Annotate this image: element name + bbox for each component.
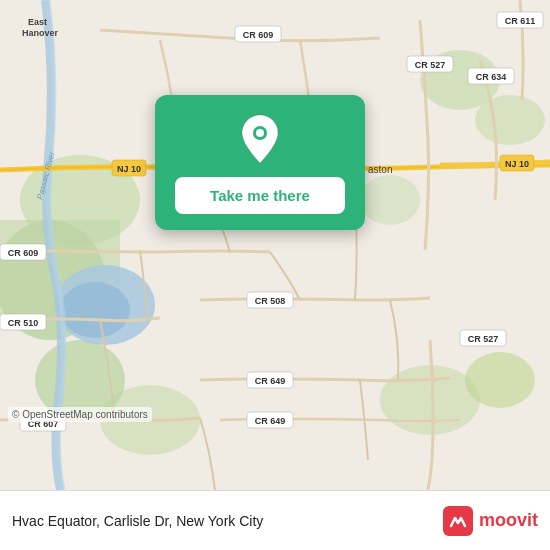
svg-text:CR 508: CR 508 <box>255 296 286 306</box>
copyright-text: © OpenStreetMap contributors <box>8 407 152 422</box>
bottom-bar: Hvac Equator, Carlisle Dr, New York City… <box>0 490 550 550</box>
svg-text:CR 611: CR 611 <box>505 16 536 26</box>
svg-text:Hanover: Hanover <box>22 28 59 38</box>
svg-text:aston: aston <box>368 164 392 175</box>
svg-point-44 <box>256 129 264 137</box>
svg-text:East: East <box>28 17 47 27</box>
svg-text:CR 634: CR 634 <box>476 72 507 82</box>
svg-text:NJ 10: NJ 10 <box>505 159 529 169</box>
moovit-icon <box>443 506 473 536</box>
svg-text:CR 649: CR 649 <box>255 376 286 386</box>
map-container: CR 609 CR 527 CR 611 CR 634 NJ 10 NJ 10 … <box>0 0 550 490</box>
svg-text:NJ 10: NJ 10 <box>117 164 141 174</box>
svg-point-10 <box>360 175 420 225</box>
svg-point-6 <box>380 365 480 435</box>
location-pin-icon <box>238 113 282 165</box>
svg-text:CR 510: CR 510 <box>8 318 39 328</box>
svg-point-5 <box>475 95 545 145</box>
svg-text:CR 527: CR 527 <box>415 60 446 70</box>
svg-point-12 <box>60 282 130 338</box>
moovit-brand-name: moovit <box>479 510 538 531</box>
svg-text:CR 609: CR 609 <box>8 248 39 258</box>
svg-text:CR 649: CR 649 <box>255 416 286 426</box>
svg-point-7 <box>465 352 535 408</box>
popup-card: Take me there <box>155 95 365 230</box>
svg-text:CR 609: CR 609 <box>243 30 274 40</box>
take-me-there-button[interactable]: Take me there <box>175 177 345 214</box>
location-label: Hvac Equator, Carlisle Dr, New York City <box>12 513 263 529</box>
svg-text:CR 527: CR 527 <box>468 334 499 344</box>
moovit-logo: moovit <box>443 506 538 536</box>
